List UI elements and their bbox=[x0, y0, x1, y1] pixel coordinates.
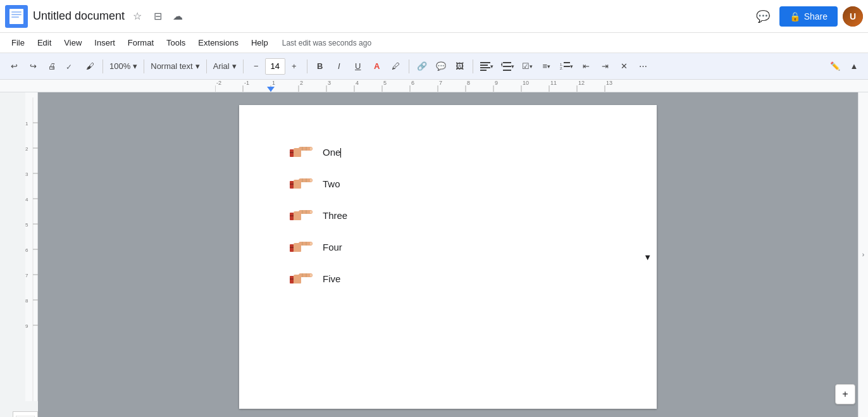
sep2 bbox=[144, 59, 144, 73]
align-button[interactable]: ▾ bbox=[477, 57, 497, 76]
share-button[interactable]: 🔒 Share bbox=[779, 6, 838, 27]
svg-text:6: 6 bbox=[411, 80, 414, 86]
font-size-increase[interactable]: + bbox=[285, 57, 303, 76]
collapse-toolbar-button[interactable]: ▲ bbox=[845, 57, 863, 76]
line-spacing-button[interactable]: ▾ bbox=[498, 57, 518, 76]
italic-button[interactable]: I bbox=[330, 57, 348, 76]
editing-mode-button[interactable]: ✏️ bbox=[826, 57, 844, 76]
sep7 bbox=[473, 59, 473, 73]
ruler-inner: -2 -1 1 2 3 4 5 6 7 8 9 10 11 1 bbox=[215, 80, 633, 92]
fab-label: + bbox=[842, 389, 848, 400]
fab-button[interactable]: + bbox=[835, 384, 855, 404]
svg-text:9: 9 bbox=[495, 80, 498, 86]
redo-button[interactable]: ↪ bbox=[24, 57, 42, 76]
title-area: Untitled document ☆ ⊟ ☁ bbox=[33, 8, 752, 25]
comments-button[interactable]: 💬 bbox=[752, 5, 774, 28]
svg-rect-80 bbox=[294, 148, 300, 151]
indent-decrease-button[interactable]: ⇤ bbox=[578, 57, 595, 76]
style-select[interactable]: Normal text ▾ bbox=[148, 57, 202, 76]
comment-insert-button[interactable]: 💬 bbox=[432, 57, 450, 76]
star-button[interactable]: ☆ bbox=[128, 8, 146, 25]
svg-text:13: 13 bbox=[606, 80, 612, 86]
sep3 bbox=[206, 59, 207, 73]
cloud-button[interactable]: ☁ bbox=[169, 8, 187, 25]
image-button[interactable]: 🖼 bbox=[451, 57, 469, 76]
right-collapse-panel[interactable]: › bbox=[858, 92, 868, 417]
svg-marker-13 bbox=[501, 62, 502, 67]
svg-text:12: 12 bbox=[578, 80, 585, 86]
font-select[interactable]: Arial ▾ bbox=[211, 57, 239, 76]
highlight-button[interactable]: 🖊 bbox=[387, 57, 405, 76]
sep5 bbox=[307, 59, 307, 73]
svg-rect-10 bbox=[503, 62, 511, 63]
style-value: Normal text bbox=[151, 61, 192, 71]
numbered-list-button[interactable]: 1.2. ▾ bbox=[557, 57, 576, 76]
menu-format[interactable]: Format bbox=[121, 35, 160, 50]
paintformat-button[interactable]: 🖌 bbox=[81, 57, 99, 76]
spellcheck-button[interactable]: ✓ bbox=[62, 57, 80, 76]
font-size-input[interactable] bbox=[265, 58, 285, 75]
svg-text:-1: -1 bbox=[244, 80, 249, 86]
svg-rect-17 bbox=[564, 66, 570, 67]
svg-text:8: 8 bbox=[467, 80, 470, 86]
svg-text:2.: 2. bbox=[560, 66, 563, 70]
list-item: One bbox=[290, 143, 606, 161]
doc-title[interactable]: Untitled document bbox=[33, 9, 125, 23]
underline-button[interactable]: U bbox=[349, 57, 367, 76]
print-button[interactable]: 🖨 bbox=[43, 57, 61, 76]
list-item: Four bbox=[290, 238, 606, 256]
page-thumbnail-area bbox=[13, 401, 38, 417]
svg-text:4: 4 bbox=[25, 197, 28, 202]
user-avatar[interactable]: U bbox=[843, 6, 863, 27]
vertical-ruler: 1 2 3 4 5 6 7 8 9 bbox=[25, 92, 38, 401]
zoom-value: 100% bbox=[109, 61, 130, 71]
undo-button[interactable]: ↩ bbox=[5, 57, 23, 76]
svg-text:2: 2 bbox=[300, 80, 303, 86]
list-item-text-1: One bbox=[323, 147, 341, 158]
toolbar: ↩ ↪ 🖨 ✓ 🖌 100% ▾ Normal text ▾ Arial ▾ −… bbox=[0, 53, 868, 80]
bold-button[interactable]: B bbox=[311, 57, 329, 76]
link-button[interactable]: 🔗 bbox=[413, 57, 431, 76]
indent-increase-button[interactable]: ⇥ bbox=[597, 57, 614, 76]
page-thumbnail[interactable] bbox=[13, 411, 38, 417]
svg-rect-85 bbox=[310, 179, 312, 182]
checklist-button[interactable]: ☑▾ bbox=[519, 57, 536, 76]
share-lock-icon: 🔒 bbox=[790, 11, 800, 22]
zoom-chevron: ▾ bbox=[133, 61, 137, 71]
list-item-text-2: Two bbox=[323, 178, 340, 189]
menu-file[interactable]: File bbox=[5, 35, 31, 50]
more-options-button[interactable]: ⋯ bbox=[635, 57, 652, 76]
svg-rect-81 bbox=[290, 152, 294, 153]
font-size-decrease[interactable]: − bbox=[247, 57, 265, 76]
svg-rect-96 bbox=[294, 211, 300, 215]
top-bar: Untitled document ☆ ⊟ ☁ 💬 🔒 Share U bbox=[0, 0, 868, 33]
ruler: -2 -1 1 2 3 4 5 6 7 8 9 10 11 1 bbox=[0, 80, 868, 92]
svg-rect-88 bbox=[294, 180, 300, 183]
font-size-control: − + bbox=[247, 57, 303, 76]
svg-text:4: 4 bbox=[356, 80, 359, 86]
expand-chevron[interactable]: ▼ bbox=[643, 252, 652, 262]
zoom-select[interactable]: 100% ▾ bbox=[107, 57, 140, 76]
collapse-right-icon: › bbox=[862, 251, 864, 258]
canvas-wrap[interactable]: ▼ bbox=[38, 92, 858, 417]
app-icon bbox=[5, 5, 28, 28]
menu-help[interactable]: Help bbox=[245, 35, 275, 50]
document-page[interactable]: ▼ bbox=[239, 105, 657, 409]
menu-tools[interactable]: Tools bbox=[160, 35, 192, 50]
menu-edit[interactable]: Edit bbox=[31, 35, 58, 50]
clear-format-button[interactable]: ✕ bbox=[616, 57, 633, 76]
text-color-button[interactable]: A bbox=[368, 57, 386, 76]
svg-text:3: 3 bbox=[328, 80, 331, 86]
svg-text:11: 11 bbox=[550, 80, 557, 86]
svg-rect-9 bbox=[480, 70, 487, 71]
svg-rect-101 bbox=[310, 242, 312, 245]
svg-rect-8 bbox=[480, 67, 490, 68]
menu-extensions[interactable]: Extensions bbox=[192, 35, 245, 50]
finger-icon-1 bbox=[290, 143, 313, 161]
bullet-list-button[interactable]: ≡▾ bbox=[538, 57, 555, 76]
top-right: 💬 🔒 Share U bbox=[752, 5, 863, 28]
doc-title-row: Untitled document ☆ ⊟ ☁ bbox=[33, 8, 752, 25]
move-button[interactable]: ⊟ bbox=[149, 8, 166, 25]
menu-insert[interactable]: Insert bbox=[88, 35, 121, 50]
menu-view[interactable]: View bbox=[58, 35, 88, 50]
